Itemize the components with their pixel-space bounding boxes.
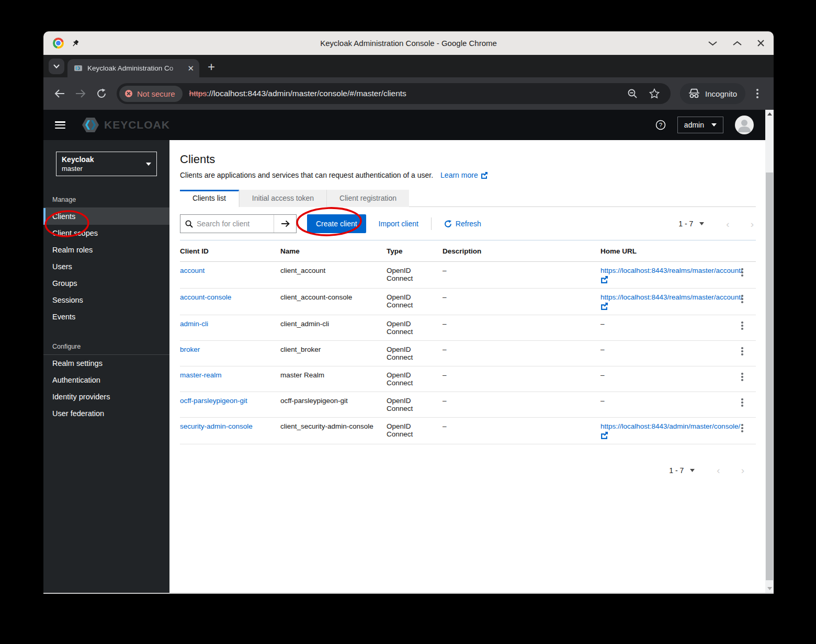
home-url-link[interactable]: https://localhost:8443/realms/master/acc… (600, 293, 729, 301)
client-name: master Realm (280, 366, 387, 392)
home-url-external-icon[interactable] (600, 303, 729, 310)
client-description: – (443, 418, 600, 444)
sidebar-item-identity-providers[interactable]: Identity providers (43, 388, 169, 405)
keycloak-logo[interactable]: KEYCLOAK (81, 117, 170, 133)
tab-initial-access-token[interactable]: Initial access token (239, 190, 326, 207)
pin-icon (71, 39, 80, 48)
browser-tabstrip: Keycloak Administration Co ✕ + (43, 55, 774, 77)
client-id-link[interactable]: admin-cli (180, 320, 208, 328)
pagination-next-button[interactable]: › (741, 465, 744, 475)
search-submit-button[interactable] (274, 215, 296, 233)
scrollbar-up-arrow[interactable] (765, 110, 774, 118)
keycloak-logo-icon (81, 117, 100, 133)
table-row: account-consoleclient_account-consoleOpe… (180, 289, 756, 315)
reload-button[interactable] (93, 85, 110, 102)
sidebar-item-authentication[interactable]: Authentication (43, 372, 169, 388)
client-description: – (443, 366, 600, 392)
home-url-external-icon[interactable] (600, 432, 729, 439)
home-url-link[interactable]: https://localhost:8443/admin/master/cons… (600, 422, 729, 430)
zoom-out-icon[interactable] (624, 85, 641, 102)
client-description: – (443, 392, 600, 418)
refresh-icon (444, 220, 452, 228)
sidebar-item-user-federation[interactable]: User federation (43, 405, 169, 422)
browser-tab-active[interactable]: Keycloak Administration Co ✕ (67, 59, 199, 77)
tab-search-button[interactable] (49, 59, 64, 74)
row-actions-kebab[interactable] (734, 371, 751, 381)
back-button[interactable] (51, 85, 69, 102)
address-bar[interactable]: Not secure https://localhost:8443/admin/… (117, 83, 671, 104)
external-link-icon (600, 432, 608, 439)
keycloak-masthead: KEYCLOAK ? admin (43, 110, 765, 140)
client-type: OpenID Connect (387, 392, 443, 418)
import-client-link[interactable]: Import client (379, 220, 418, 228)
pagination-menu-caret[interactable] (699, 222, 704, 225)
sidebar-item-events[interactable]: Events (43, 308, 169, 325)
not-secure-label: Not secure (137, 89, 175, 98)
window-close-button[interactable] (757, 40, 764, 47)
sidebar-item-realm-roles[interactable]: Realm roles (43, 242, 169, 258)
page-scrollbar[interactable] (765, 110, 774, 593)
tab-client-registration[interactable]: Client registration (326, 190, 409, 207)
tabbar: Clients listInitial access tokenClient r… (180, 190, 756, 207)
row-actions-kebab[interactable] (734, 397, 751, 407)
sidebar-item-sessions[interactable]: Sessions (43, 292, 169, 308)
learn-more-link[interactable]: Learn more (440, 171, 488, 179)
create-client-button[interactable]: Create client (307, 214, 366, 233)
scrollbar-down-arrow[interactable] (765, 584, 774, 593)
scrollbar-thumb[interactable] (766, 172, 773, 580)
refresh-button[interactable]: Refresh (444, 220, 481, 228)
pagination-menu-caret[interactable] (690, 469, 695, 472)
table-row: admin-cliclient_admin-cliOpenID Connect–… (180, 315, 756, 341)
client-id-link[interactable]: ocff-parsleypigeon-git (180, 397, 247, 405)
page-title: Clients (180, 153, 756, 166)
help-icon[interactable]: ? (655, 120, 666, 130)
pagination-range: 1 - 7 (669, 466, 684, 475)
incognito-badge: Incognito (680, 83, 745, 104)
client-description: – (443, 315, 600, 341)
tab-clients-list[interactable]: Clients list (180, 190, 239, 207)
column-header: Client ID (180, 240, 280, 262)
column-header: Type (387, 240, 443, 262)
bookmark-star-icon[interactable] (645, 85, 663, 102)
forward-button[interactable] (72, 85, 89, 102)
row-actions-kebab[interactable] (734, 320, 751, 330)
client-type: OpenID Connect (387, 315, 443, 341)
main-content: Clients Clients are applications and ser… (169, 140, 765, 593)
not-secure-chip[interactable]: Not secure (119, 86, 183, 102)
column-header: Name (280, 240, 387, 262)
client-id-link[interactable]: account-console (180, 293, 231, 301)
home-url-empty: – (600, 397, 605, 405)
row-actions-kebab[interactable] (734, 346, 751, 355)
home-url-link[interactable]: https://localhost:8443/realms/master/acc… (600, 267, 729, 274)
nav-toggle-icon[interactable] (55, 121, 65, 129)
realm-selector[interactable]: Keycloak master (56, 152, 157, 176)
client-id-link[interactable]: account (180, 267, 205, 274)
browser-menu-button[interactable] (749, 85, 766, 102)
window-maximize-button[interactable] (733, 41, 742, 46)
user-dropdown[interactable]: admin (677, 117, 723, 133)
client-id-link[interactable]: security-admin-console (180, 422, 253, 430)
sidebar-item-groups[interactable]: Groups (43, 275, 169, 292)
sidebar-item-clients[interactable]: Clients (43, 208, 169, 225)
sidebar-item-users[interactable]: Users (43, 258, 169, 275)
table-row: security-admin-consoleclient_security-ad… (180, 418, 756, 444)
user-name: admin (684, 121, 704, 129)
pagination-prev-button[interactable]: ‹ (726, 219, 729, 229)
client-name: client_admin-cli (280, 315, 387, 341)
sidebar-item-client-scopes[interactable]: Client scopes (43, 225, 169, 242)
avatar[interactable] (735, 116, 754, 134)
tab-close-icon[interactable]: ✕ (187, 64, 194, 73)
pagination-next-button[interactable]: › (751, 219, 754, 229)
window-minimize-button[interactable] (708, 41, 717, 46)
client-name: client_broker (280, 341, 387, 366)
pagination-prev-button[interactable]: ‹ (717, 465, 720, 475)
window-titlebar: Keycloak Administration Console - Google… (43, 31, 774, 55)
home-url-external-icon[interactable] (600, 276, 729, 283)
search-input[interactable] (197, 220, 265, 228)
home-url-empty: – (600, 320, 605, 328)
new-tab-button[interactable]: + (208, 61, 215, 73)
client-id-link[interactable]: master-realm (180, 371, 222, 379)
client-id-link[interactable]: broker (180, 346, 200, 353)
sidebar-item-realm-settings[interactable]: Realm settings (43, 355, 169, 372)
clients-table: Client IDNameTypeDescriptionHome URL acc… (180, 240, 756, 444)
